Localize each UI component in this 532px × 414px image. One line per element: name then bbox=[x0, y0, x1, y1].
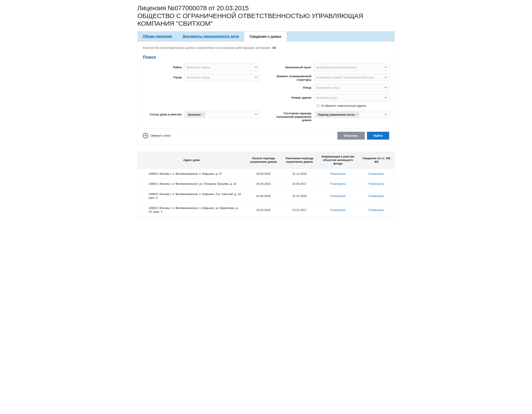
table-row: 108821, Москва г, п. Филимонковское, ул.… bbox=[138, 179, 394, 189]
chevron-down-icon bbox=[385, 77, 387, 78]
cell-period-start: 20.03.2015 bbox=[246, 169, 282, 179]
th-registry-info: Информация в реестре объектов жилищного … bbox=[317, 152, 359, 169]
house-count-line: Количество многоквартирных домов в управ… bbox=[143, 46, 389, 49]
link-registry-info[interactable]: Размещена bbox=[330, 208, 346, 212]
collapse-search-label: Свернуть поиск bbox=[150, 134, 171, 137]
table-row: 108815, Москва г, п. Филимонковское, п. … bbox=[138, 203, 394, 217]
tab-bar: Общие сведения Документы лицензионного д… bbox=[137, 31, 395, 42]
close-icon[interactable]: × bbox=[202, 113, 204, 116]
close-icon[interactable]: × bbox=[356, 113, 358, 116]
cell-address: 108815, Москва г, п. Филимонковское, п. … bbox=[138, 189, 246, 203]
cell-address: 108815, Москва г, п. Филимонковское, п. … bbox=[138, 203, 246, 217]
svg-marker-2 bbox=[385, 67, 387, 68]
label-city: Город bbox=[143, 76, 184, 79]
chevron-down-icon bbox=[385, 67, 387, 68]
table-row: 108815, Москва г, п. Филимонковское, п. … bbox=[138, 189, 394, 203]
label-period-state: Состояние периода полномочий управления … bbox=[273, 111, 314, 122]
chevron-down-icon bbox=[255, 67, 257, 68]
svg-marker-7 bbox=[385, 114, 387, 115]
cell-address: 108815, Москва г, п. Филимонковское, п. … bbox=[138, 169, 246, 179]
chip-status-label: Включен bbox=[188, 113, 201, 116]
collapse-search-toggle[interactable]: Свернуть поиск bbox=[143, 133, 171, 138]
chevron-down-icon bbox=[385, 97, 387, 98]
select-status[interactable]: Включен × bbox=[184, 111, 259, 118]
chevron-down-icon bbox=[255, 77, 257, 78]
select-city-placeholder: Выберите город bbox=[187, 76, 209, 79]
link-art198[interactable]: Размещены bbox=[369, 182, 384, 185]
label-district: Район bbox=[143, 66, 184, 69]
select-settlement-placeholder: Выберите населенный пункт bbox=[316, 66, 357, 69]
cell-period-end: 31.07.2018 bbox=[282, 189, 317, 203]
label-planning-element: Элемент планировочной структуры bbox=[273, 74, 314, 81]
checkbox-show-inactive-label: Отобразить неактуальные адреса bbox=[321, 104, 366, 107]
house-count-label: Количество многоквартирных домов в управ… bbox=[143, 46, 271, 49]
th-address: Адрес дома bbox=[138, 152, 246, 169]
link-registry-info[interactable]: Размещена bbox=[330, 194, 346, 198]
svg-marker-4 bbox=[385, 87, 387, 88]
tab-houses[interactable]: Сведения о домах bbox=[244, 31, 287, 42]
select-planning-element[interactable]: Выберите элемент планировочной струк… bbox=[314, 74, 389, 81]
page-title-line1: Лицензия №077000078 от 20.03.2015 bbox=[137, 4, 395, 12]
select-city[interactable]: Выберите город bbox=[184, 74, 259, 81]
link-art198[interactable]: Размещены bbox=[369, 172, 384, 175]
cell-period-start: 01.06.2018 bbox=[246, 189, 282, 203]
select-street-placeholder: Выберите улицу bbox=[316, 86, 340, 89]
cell-period-start: 20.03.2015 bbox=[246, 179, 282, 189]
tab-general[interactable]: Общие сведения bbox=[138, 31, 177, 41]
chevron-down-icon bbox=[255, 114, 257, 115]
svg-marker-1 bbox=[255, 77, 257, 78]
link-registry-info[interactable]: Размещена bbox=[330, 172, 346, 175]
select-period-state[interactable]: Период управления истек × bbox=[314, 111, 389, 118]
select-building-number[interactable]: Выберите дом bbox=[314, 94, 389, 101]
cell-period-start: 20.03.2015 bbox=[246, 203, 282, 217]
chip-status[interactable]: Включен × bbox=[186, 112, 205, 117]
link-registry-info[interactable]: Размещена bbox=[330, 182, 346, 185]
th-period-end: Окончание периода управления домом bbox=[282, 152, 317, 169]
select-district[interactable]: Выберите район bbox=[184, 64, 259, 71]
houses-table: Адрес дома Начало периода управления дом… bbox=[137, 152, 395, 217]
cell-period-end: 18.04.2017 bbox=[282, 179, 317, 189]
tab-documents[interactable]: Документы лицензионного дела bbox=[177, 31, 244, 41]
th-period-start: Начало периода управления домом bbox=[246, 152, 282, 169]
label-building-number: Номер здания bbox=[273, 96, 314, 99]
chevron-up-icon bbox=[143, 133, 148, 138]
chip-period-state[interactable]: Период управления истек × bbox=[315, 112, 359, 117]
table-row: 108815, Москва г, п. Филимонковское, п. … bbox=[138, 169, 394, 179]
select-district-placeholder: Выберите район bbox=[187, 66, 210, 69]
clear-button[interactable]: Очистить bbox=[337, 132, 365, 140]
label-street: Улица bbox=[273, 86, 314, 89]
cell-period-end: 23.11.2017 bbox=[282, 203, 317, 217]
label-status: Статус дома в реестре bbox=[143, 113, 184, 116]
chevron-down-icon bbox=[385, 114, 387, 115]
chevron-down-icon bbox=[385, 87, 387, 88]
chip-period-state-label: Период управления истек bbox=[318, 113, 354, 116]
select-street[interactable]: Выберите улицу bbox=[314, 84, 389, 91]
select-planning-element-placeholder: Выберите элемент планировочной струк… bbox=[316, 76, 377, 79]
houses-panel: Количество многоквартирных домов в управ… bbox=[137, 42, 395, 145]
cell-address: 108821, Москва г, п. Филимонковское, ул.… bbox=[138, 179, 246, 189]
select-settlement[interactable]: Выберите населенный пункт bbox=[314, 64, 389, 71]
cell-period-end: 31.12.2018 bbox=[282, 169, 317, 179]
house-count-value: 60 bbox=[273, 46, 276, 49]
page-title-line2: ОБЩЕСТВО С ОГРАНИЧЕННОЙ ОТВЕТСТВЕННОСТЬЮ… bbox=[137, 12, 395, 27]
link-art198[interactable]: Размещены bbox=[369, 194, 384, 198]
label-settlement: Населенный пункт bbox=[273, 66, 314, 69]
link-art198[interactable]: Размещены bbox=[369, 208, 384, 212]
search-heading: Поиск bbox=[143, 55, 389, 60]
svg-marker-0 bbox=[255, 67, 257, 68]
th-art198: Сведения по ст. 198 ЖК bbox=[359, 152, 394, 169]
find-button[interactable]: Найти bbox=[367, 132, 389, 140]
select-building-number-placeholder: Выберите дом bbox=[316, 96, 337, 99]
svg-marker-6 bbox=[255, 114, 257, 115]
svg-marker-5 bbox=[385, 97, 387, 98]
svg-marker-3 bbox=[385, 77, 387, 78]
checkbox-show-inactive[interactable] bbox=[317, 104, 319, 107]
